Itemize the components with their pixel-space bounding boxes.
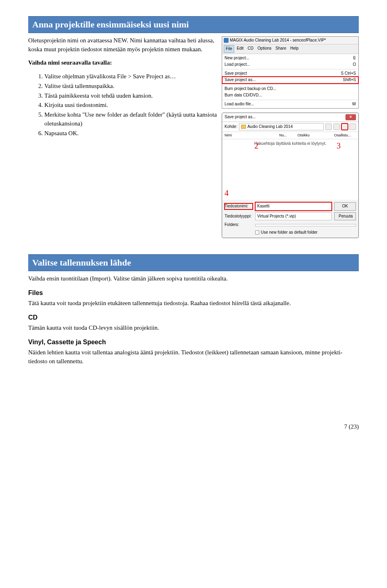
steps-list: Valitse ohjelman ylävalikosta File > Sav… <box>28 72 217 138</box>
para-cd: Tämän kautta voit tuoda CD-levyn sisällö… <box>28 324 359 333</box>
callout-2: 2 <box>254 140 258 152</box>
menu-sep-3 <box>222 100 358 100</box>
callout-3: 3 <box>337 140 341 152</box>
step-3: Tästä painikkeesta voit tehdä uuden kans… <box>44 92 217 100</box>
callout-4: 4 <box>225 187 229 199</box>
step-4: Kirjoita uusi tiedostonimi. <box>44 101 217 110</box>
step-1: Valitse ohjelman ylävalikosta File > Sav… <box>44 72 217 81</box>
step-2: Valitse tästä tallennuspaikka. <box>44 82 217 91</box>
dialog-list-header: Nimi Nu... Otsikko Osallistu... <box>222 132 358 139</box>
dialog-location-bar: Kohde: Audio Cleaning Lab 2014 <box>222 122 358 132</box>
section-heading-source: Valitse tallennuksen lähde <box>28 254 359 271</box>
hdr-title: Otsikko <box>298 133 334 138</box>
dialog-list-body: Hakuehtoja täyttäviä kohteita ei löytyny… <box>222 139 358 200</box>
menu-titlebar: MAGIX Audio Cleaning Lab 2014 - senceofP… <box>222 37 358 45</box>
folders-label: Folders: <box>225 222 253 228</box>
step-5: Merkitse kohta "Use new folder as defaul… <box>44 111 217 128</box>
step-6: Napsauta OK. <box>44 129 217 138</box>
menu-item-load-audio: Load audio file...W <box>222 101 358 108</box>
filename-input: Kasetti <box>255 202 332 211</box>
dialog-bottom: Tiedostonimi: Kasetti OK Tiedostotyyppi:… <box>222 200 358 238</box>
folders-row: Folders: <box>225 222 356 228</box>
menu-share: Share <box>274 45 288 53</box>
source-intro: Vaihda ensin tuontitilaan (Import). Vali… <box>28 274 359 283</box>
right-column: MAGIX Audio Cleaning Lab 2014 - senceofP… <box>222 36 359 239</box>
menu-item-new: New project...E <box>222 55 358 62</box>
dialog-title-text: Save project as... <box>225 114 256 120</box>
new-folder-icon <box>341 123 348 130</box>
hdr-part: Osallistu... <box>334 133 356 138</box>
menu-sep-2 <box>222 84 358 85</box>
filetype-row: Tiedostotyyppi: Virtual Projects (*.vip)… <box>225 212 356 221</box>
kohde-field: Audio Cleaning Lab 2014 <box>239 123 324 131</box>
back-icon <box>325 123 332 130</box>
default-folder-row: Use new folder as default folder <box>225 230 356 236</box>
mock-menu-screenshot: MAGIX Audio Cleaning Lab 2014 - senceofP… <box>222 36 359 109</box>
para-files: Tätä kautta voit tuoda projektiin etukät… <box>28 299 359 308</box>
dialog-titlebar: Save project as... × <box>222 113 358 122</box>
up-icon <box>333 123 340 130</box>
menu-item-save: Save projectS Ctrl+S <box>222 70 358 77</box>
default-folder-label: Use new folder as default folder <box>261 230 318 236</box>
folder-icon <box>241 125 246 129</box>
filetype-label: Tiedostotyyppi: <box>225 213 253 220</box>
menu-dropdown: New project...E Load project...O Save pr… <box>222 54 358 109</box>
intro-text: Oletusprojektin nimi on avattaessa NEW. … <box>28 36 217 54</box>
views-icon <box>350 123 356 130</box>
menu-item-burn-backup: Burn project backup on CD... <box>222 86 358 92</box>
bold-subhead: Vaihda nimi seuraavalla tavalla: <box>28 59 217 67</box>
subhead-cd: CD <box>28 313 359 322</box>
menu-options: Options <box>256 45 273 53</box>
two-column-block: Oletusprojektin nimi on avattaessa NEW. … <box>28 36 359 239</box>
cancel-button: Peruuta <box>334 212 356 221</box>
menu-item-load: Load project...O <box>222 61 358 68</box>
subhead-files: Files <box>28 288 359 297</box>
close-icon: × <box>345 114 356 120</box>
filetype-input: Virtual Projects (*.vip) <box>255 212 332 221</box>
menu-cd: CD <box>246 45 255 53</box>
folders-input <box>255 224 356 226</box>
kohde-label: Kohde: <box>225 124 237 130</box>
menu-bar: File Edit CD Options Share Help <box>222 44 358 54</box>
kohde-value: Audio Cleaning Lab 2014 <box>248 124 293 130</box>
page-footer: 7 (23) <box>28 423 359 431</box>
left-column: Oletusprojektin nimi on avattaessa NEW. … <box>28 36 217 143</box>
filename-row: Tiedostonimi: Kasetti OK <box>225 202 356 211</box>
checkbox-icon <box>255 230 259 234</box>
section-heading-rename: Anna projektille ensimmäiseksi uusi nimi <box>28 16 359 33</box>
filename-label: Tiedostonimi: <box>225 203 253 209</box>
menu-edit: Edit <box>235 45 245 53</box>
menu-help: Help <box>289 45 300 53</box>
hdr-num: Nu... <box>279 133 298 138</box>
app-title: MAGIX Audio Cleaning Lab 2014 - senceofP… <box>230 38 326 44</box>
app-icon <box>224 38 229 43</box>
menu-sep-1 <box>222 69 358 69</box>
ok-button: OK <box>334 202 356 211</box>
hdr-name: Nimi <box>225 133 279 138</box>
menu-item-save-as: Save project as...Shift+S <box>222 77 358 84</box>
menu-file: File <box>224 45 234 53</box>
menu-item-burn-dvd: Burn data CD/DVD... <box>222 92 358 99</box>
mock-dialog-screenshot: Save project as... × Kohde: Audio Cleani… <box>222 113 359 238</box>
subhead-vcs: Vinyl, Cassette ja Speech <box>28 337 359 347</box>
para-vcs: Näiden lehtien kautta voit tallentaa ana… <box>28 348 359 366</box>
